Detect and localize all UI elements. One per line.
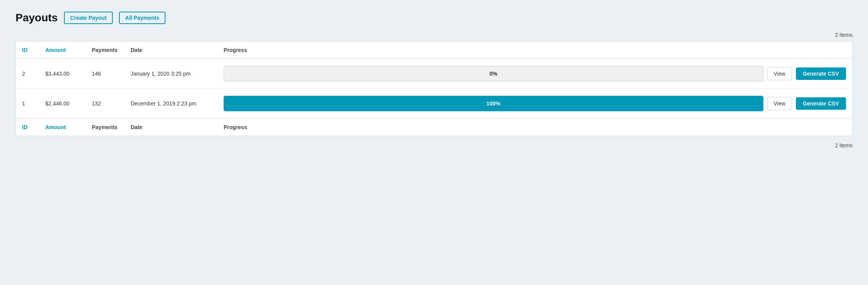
row1-view-button[interactable]: View <box>767 67 792 80</box>
row1-progress-cell: 0% View Generate CSV <box>217 59 852 89</box>
create-payout-button[interactable]: Create Payout <box>64 12 113 24</box>
table-header: ID Amount Payments Date Progress <box>16 41 852 59</box>
row1-progress-bar: 0% <box>224 66 763 81</box>
footer-col-amount[interactable]: Amount <box>39 119 86 136</box>
row1-payments: 146 <box>86 59 124 89</box>
col-header-amount[interactable]: Amount <box>39 41 86 59</box>
row2-progress-bar: 100% <box>224 96 763 111</box>
row1-date: January 1, 2020 3:25 pm <box>124 59 217 89</box>
table-container: ID Amount Payments Date Progress 2 $3,44… <box>16 41 852 136</box>
payouts-table: ID Amount Payments Date Progress 2 $3,44… <box>16 41 852 136</box>
col-header-date: Date <box>124 41 217 59</box>
row2-id: 1 <box>16 89 39 119</box>
footer-col-date: Date <box>124 119 217 136</box>
footer-col-progress: Progress <box>217 119 852 136</box>
table-row: 2 $3,443.00 146 January 1, 2020 3:25 pm … <box>16 59 852 89</box>
row2-view-button[interactable]: View <box>767 97 792 110</box>
row1-csv-button[interactable]: Generate CSV <box>796 67 846 80</box>
table-body: 2 $3,443.00 146 January 1, 2020 3:25 pm … <box>16 59 852 119</box>
items-count-bottom: 2 items <box>16 142 852 149</box>
row2-csv-button[interactable]: Generate CSV <box>796 97 846 110</box>
table-row: 1 $2,446.00 132 December 1, 2019 2:23 pm… <box>16 89 852 119</box>
col-header-id[interactable]: ID <box>16 41 39 59</box>
page-header: Payouts Create Payout All Payments <box>16 12 852 24</box>
row1-progress-label: 0% <box>489 71 497 77</box>
row2-amount: $2,446.00 <box>39 89 86 119</box>
row2-date: December 1, 2019 2:23 pm <box>124 89 217 119</box>
page-title: Payouts <box>16 12 58 24</box>
row2-progress-label: 100% <box>486 100 500 107</box>
row2-payments: 132 <box>86 89 124 119</box>
all-payments-button[interactable]: All Payments <box>119 12 165 24</box>
row2-progress-cell: 100% View Generate CSV <box>217 89 852 119</box>
col-header-payments: Payments <box>86 41 124 59</box>
row1-id: 2 <box>16 59 39 89</box>
footer-col-payments: Payments <box>86 119 124 136</box>
table-footer: ID Amount Payments Date Progress <box>16 119 852 136</box>
footer-col-id[interactable]: ID <box>16 119 39 136</box>
row1-amount: $3,443.00 <box>39 59 86 89</box>
col-header-progress: Progress <box>217 41 852 59</box>
items-count-top: 2 items <box>16 32 852 38</box>
